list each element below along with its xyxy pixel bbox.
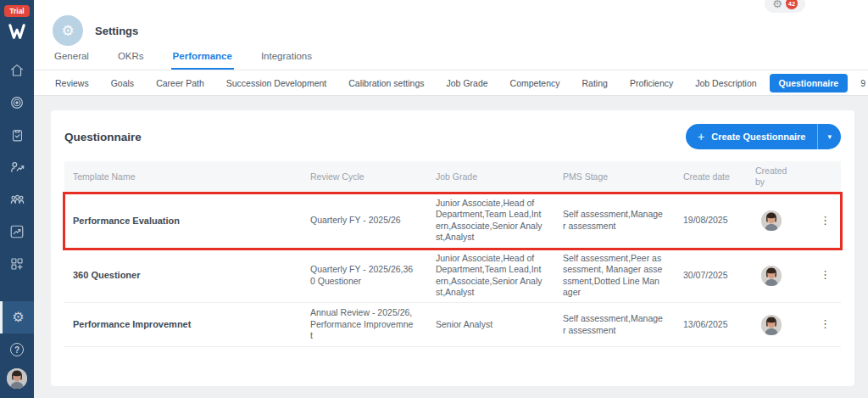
sidebar-item-settings[interactable]: ⚙	[0, 301, 34, 334]
subtab-calibration-settings[interactable]: Calibration settings	[339, 74, 433, 92]
sidebar-nav	[0, 54, 34, 280]
create-questionnaire-label: Create Questionnaire	[711, 132, 805, 142]
column-job-grade: Job Grade	[427, 167, 554, 187]
gear-icon: ⚙	[772, 0, 782, 9]
tasks-icon	[10, 128, 25, 143]
sidebar-item-home[interactable]	[0, 54, 34, 87]
tab-okrs[interactable]: OKRs	[116, 48, 146, 70]
app-window: Trial	[0, 0, 868, 398]
cell-job-grade: Senior Analyst	[427, 315, 554, 334]
subtab-reviews[interactable]: Reviews	[46, 74, 98, 92]
column-create-date: Create date	[675, 167, 747, 187]
create-questionnaire-main[interactable]: + Create Questionnaire	[686, 131, 817, 143]
subtab-questionnaire[interactable]: Questionnaire	[770, 74, 849, 92]
team-icon	[9, 192, 25, 208]
cell-actions: ⋮	[799, 314, 848, 334]
table-row: Performance Improvemnet Annual Review - …	[64, 303, 841, 346]
subtab-competency[interactable]: Competency	[501, 74, 570, 92]
column-created-by: Created by	[747, 161, 799, 193]
subtab-rating[interactable]: Rating	[573, 74, 617, 92]
apps-icon	[9, 256, 25, 272]
sidebar-item-apps[interactable]	[0, 248, 34, 280]
table-body: Performance Evaluation Quarterly FY - 20…	[64, 193, 841, 347]
settings-icon: ⚙	[12, 311, 24, 324]
sidebar-item-tasks[interactable]	[0, 119, 34, 151]
cell-created-by	[747, 261, 799, 290]
cell-review-cycle: Quarterly FY - 2025/26,360 Questioner	[302, 260, 427, 291]
cell-created-by	[747, 206, 799, 235]
sidebar-bottom: ⚙ ?	[0, 301, 34, 398]
target-icon	[9, 95, 25, 110]
column-template-name: Template Name	[64, 167, 302, 187]
tab-performance[interactable]: Performance	[171, 48, 234, 70]
cell-job-grade: Junior Associate,Head of Department,Team…	[427, 193, 554, 248]
content-area: Questionnaire + Create Questionnaire ▾ T…	[34, 96, 868, 398]
app-logo[interactable]	[6, 22, 28, 42]
topbar-settings-shortcut[interactable]: ⚙ 42	[765, 0, 805, 13]
cell-template-name: Performance Evaluation	[64, 210, 302, 231]
performance-subtabs: Reviews Goals Career Path Succession Dev…	[34, 70, 868, 96]
cell-pms-stage: Self assessment,Manager assessment	[554, 205, 675, 236]
tab-integrations[interactable]: Integrations	[259, 48, 314, 70]
sidebar-item-performance[interactable]	[0, 151, 34, 183]
creator-avatar	[761, 210, 782, 231]
notification-badge: 42	[786, 0, 798, 9]
cell-review-cycle: Quarterly FY - 2025/26	[302, 210, 427, 230]
sidebar-item-help[interactable]: ?	[0, 334, 34, 366]
gear-icon: ⚙	[61, 22, 74, 40]
subtab-proficiency[interactable]: Proficiency	[620, 74, 682, 92]
main-tabs: General OKRs Performance Integrations	[34, 48, 868, 70]
subtab-job-grade[interactable]: Job Grade	[437, 74, 498, 92]
cell-created-by	[747, 311, 799, 339]
app-logo-icon	[8, 24, 26, 41]
help-icon: ?	[10, 343, 24, 356]
sidebar: Trial	[0, 0, 34, 398]
create-questionnaire-button[interactable]: + Create Questionnaire ▾	[686, 124, 841, 149]
cell-template-name: Performance Improvemnet	[64, 314, 302, 334]
subtab-job-description[interactable]: Job Description	[686, 74, 765, 92]
cell-review-cycle: Annual Review - 2025/26,Performance Impr…	[302, 303, 427, 345]
kebab-menu-icon[interactable]: ⋮	[815, 316, 836, 332]
chevron-down-icon: ▾	[827, 132, 832, 141]
column-review-cycle: Review Cycle	[302, 167, 427, 187]
create-questionnaire-dropdown[interactable]: ▾	[817, 124, 841, 149]
questionnaire-table: Template Name Review Cycle Job Grade PMS…	[64, 161, 841, 347]
topbar: ⚙ 42 ⚙ Settings General OKRs Performance…	[34, 0, 868, 70]
kebab-menu-icon[interactable]: ⋮	[815, 266, 836, 283]
cell-actions: ⋮	[799, 210, 848, 231]
page-title: Settings	[95, 25, 138, 37]
sidebar-item-analytics[interactable]	[0, 216, 34, 248]
questionnaire-card: Questionnaire + Create Questionnaire ▾ T…	[51, 110, 854, 386]
home-icon	[9, 63, 25, 78]
cell-template-name: 360 Questioner	[64, 265, 302, 285]
table-header-row: Template Name Review Cycle Job Grade PMS…	[64, 161, 841, 193]
card-header: Questionnaire + Create Questionnaire ▾	[51, 110, 854, 161]
cell-actions: ⋮	[799, 265, 848, 285]
main-area: ⚙ 42 ⚙ Settings General OKRs Performance…	[34, 0, 868, 398]
subtab-career-path[interactable]: Career Path	[147, 74, 214, 92]
analytics-icon	[9, 224, 25, 239]
column-actions	[799, 172, 841, 181]
title-row: ⚙ Settings	[34, 0, 868, 48]
creator-avatar	[761, 315, 782, 335]
subtab-goals[interactable]: Goals	[102, 74, 143, 92]
cell-create-date: 13/06/2025	[675, 315, 747, 334]
tab-general[interactable]: General	[53, 48, 91, 70]
plus-icon: +	[698, 131, 704, 143]
kebab-menu-icon[interactable]: ⋮	[815, 212, 836, 228]
creator-avatar	[761, 266, 782, 286]
subtab-succession-development[interactable]: Succession Development	[217, 74, 336, 92]
cell-pms-stage: Self assessment,Peer assessment, Manager…	[554, 249, 675, 303]
sidebar-item-profile[interactable]	[0, 366, 34, 398]
section-title: Questionnaire	[64, 131, 142, 143]
column-pms-stage: PMS Stage	[554, 167, 675, 187]
trial-badge: Trial	[4, 5, 29, 17]
sidebar-item-team[interactable]	[0, 183, 34, 216]
table-row: 360 Questioner Quarterly FY - 2025/26,36…	[64, 249, 841, 304]
settings-page-icon: ⚙	[53, 15, 83, 46]
subtab-9-box-matrix[interactable]: 9 Box Matrix	[851, 74, 868, 92]
cell-pms-stage: Self assessment,Manager assessment	[554, 309, 675, 340]
sidebar-item-goals[interactable]	[0, 87, 34, 119]
cell-job-grade: Junior Associate,Head of Department,Team…	[427, 249, 554, 303]
cell-create-date: 30/07/2025	[675, 266, 747, 285]
